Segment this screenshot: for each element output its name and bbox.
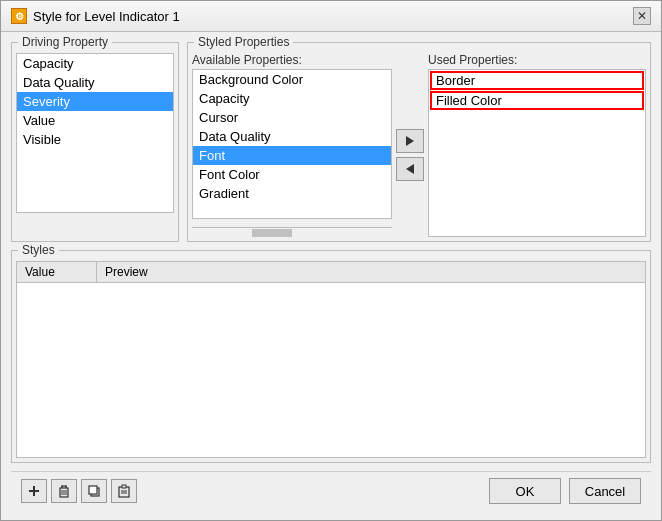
svg-marker-1 bbox=[406, 164, 414, 174]
svg-rect-14 bbox=[122, 485, 126, 488]
available-properties-col: Available Properties: Background Color C… bbox=[192, 53, 392, 237]
horizontal-scrollbar[interactable] bbox=[192, 227, 392, 237]
list-item-selected[interactable]: Severity bbox=[17, 92, 173, 111]
ok-button[interactable]: OK bbox=[489, 478, 561, 504]
used-list-item-border[interactable]: Border bbox=[430, 71, 644, 90]
list-item[interactable]: Data Quality bbox=[193, 127, 391, 146]
bottom-bar: OK Cancel bbox=[11, 471, 651, 510]
paste-button[interactable] bbox=[111, 479, 137, 503]
style-dialog: ⚙ Style for Level Indicator 1 ✕ Driving … bbox=[0, 0, 662, 521]
dialog-content: Driving Property Capacity Data Quality S… bbox=[1, 32, 661, 520]
title-bar: ⚙ Style for Level Indicator 1 ✕ bbox=[1, 1, 661, 32]
driving-property-list[interactable]: Capacity Data Quality Severity Value Vis… bbox=[16, 53, 174, 213]
table-header: Value Preview bbox=[17, 262, 645, 283]
list-item[interactable]: Capacity bbox=[193, 89, 391, 108]
styles-label: Styles bbox=[18, 243, 59, 257]
dialog-title: Style for Level Indicator 1 bbox=[33, 9, 180, 24]
dialog-icon: ⚙ bbox=[11, 8, 27, 24]
available-properties-label: Available Properties: bbox=[192, 53, 392, 67]
svg-marker-0 bbox=[406, 136, 414, 146]
dialog-buttons: OK Cancel bbox=[489, 478, 641, 504]
list-item[interactable]: Visible bbox=[17, 130, 173, 149]
list-item-selected[interactable]: Font bbox=[193, 146, 391, 165]
title-bar-left: ⚙ Style for Level Indicator 1 bbox=[11, 8, 180, 24]
list-item[interactable]: Gradient bbox=[193, 184, 391, 203]
driving-property-section: Driving Property Capacity Data Quality S… bbox=[11, 42, 179, 242]
column-header-preview: Preview bbox=[97, 262, 645, 282]
list-item[interactable]: Data Quality bbox=[17, 73, 173, 92]
add-button[interactable] bbox=[21, 479, 47, 503]
styled-properties-section: Styled Properties Available Properties: … bbox=[187, 42, 651, 242]
arrow-buttons bbox=[396, 53, 424, 237]
styled-properties-label: Styled Properties bbox=[194, 35, 293, 49]
styles-section: Styles Value Preview bbox=[11, 250, 651, 463]
driving-property-label: Driving Property bbox=[18, 35, 112, 49]
column-header-value: Value bbox=[17, 262, 97, 282]
used-properties-label: Used Properties: bbox=[428, 53, 646, 67]
list-item[interactable]: Background Color bbox=[193, 70, 391, 89]
list-item[interactable]: Value bbox=[17, 111, 173, 130]
copy-button[interactable] bbox=[81, 479, 107, 503]
delete-button[interactable] bbox=[51, 479, 77, 503]
table-body bbox=[17, 283, 645, 457]
used-list-item-filled-color[interactable]: Filled Color bbox=[430, 91, 644, 110]
styles-table: Value Preview bbox=[16, 261, 646, 458]
list-item[interactable]: Capacity bbox=[17, 54, 173, 73]
available-properties-list[interactable]: Background Color Capacity Cursor Data Qu… bbox=[192, 69, 392, 219]
cancel-button[interactable]: Cancel bbox=[569, 478, 641, 504]
close-button[interactable]: ✕ bbox=[633, 7, 651, 25]
list-item[interactable]: Font Color bbox=[193, 165, 391, 184]
move-left-button[interactable] bbox=[396, 157, 424, 181]
used-properties-col: Used Properties: Border Filled Color bbox=[428, 53, 646, 237]
svg-rect-12 bbox=[89, 486, 97, 494]
move-right-button[interactable] bbox=[396, 129, 424, 153]
top-panels: Driving Property Capacity Data Quality S… bbox=[11, 42, 651, 242]
used-properties-list[interactable]: Border Filled Color bbox=[428, 69, 646, 237]
list-item[interactable]: Cursor bbox=[193, 108, 391, 127]
icon-buttons bbox=[21, 479, 137, 503]
